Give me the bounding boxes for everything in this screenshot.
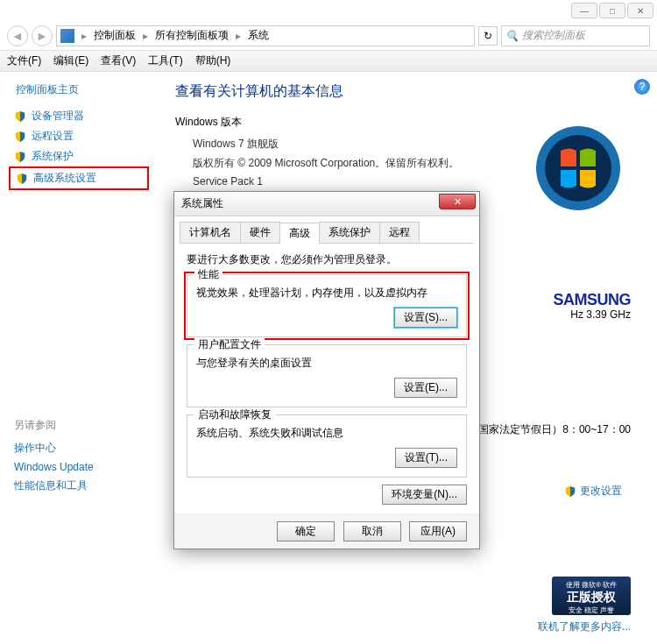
menu-help[interactable]: 帮助(H) [195, 53, 231, 68]
admin-note: 要进行大多数更改，您必须作为管理员登录。 [187, 252, 467, 267]
control-panel-icon [60, 29, 74, 43]
user-profiles-group: 用户配置文件 与您登录有关的桌面设置 设置(E)... [187, 344, 467, 407]
breadcrumb-leaf[interactable]: 系统 [244, 28, 272, 43]
shield-icon [14, 131, 26, 143]
performance-settings-button[interactable]: 设置(S)... [394, 308, 457, 328]
tab-computer-name[interactable]: 计算机名 [180, 222, 241, 243]
tab-remote[interactable]: 远程 [379, 222, 420, 243]
tab-advanced[interactable]: 高级 [279, 223, 320, 244]
sidebar-title: 控制面板主页 [16, 82, 149, 97]
back-button[interactable]: ◄ [7, 25, 28, 46]
dialog-footer: 确定 取消 应用(A) [174, 513, 479, 548]
tab-hardware[interactable]: 硬件 [240, 222, 280, 243]
dialog-close-button[interactable]: ✕ [439, 194, 476, 209]
shield-icon [14, 110, 26, 123]
page-title: 查看有关计算机的基本信息 [175, 82, 639, 101]
ok-button[interactable]: 确定 [277, 521, 335, 541]
shield-icon [564, 485, 576, 498]
see-also-title: 另请参阅 [14, 418, 144, 433]
startup-recovery-settings-button[interactable]: 设置(T)... [395, 448, 457, 468]
task-system-protection[interactable]: 系统保护 [9, 146, 149, 166]
close-button[interactable]: ✕ [627, 3, 653, 18]
help-icon[interactable]: ? [634, 79, 650, 95]
window-titlebar: — □ ✕ [0, 0, 657, 21]
breadcrumb-mid[interactable]: 所有控制面板项 [152, 28, 232, 43]
link-performance-info[interactable]: 性能信息和工具 [9, 476, 149, 496]
search-input[interactable]: 🔍 搜索控制面板 [501, 25, 650, 46]
cancel-button[interactable]: 取消 [343, 521, 401, 541]
maximize-button[interactable]: □ [599, 3, 625, 18]
shield-icon [16, 173, 28, 185]
task-advanced-system-settings[interactable]: 高级系统设置 [9, 166, 149, 190]
menu-edit[interactable]: 编辑(E) [53, 53, 88, 68]
dialog-title-bar[interactable]: 系统属性 ✕ [174, 192, 479, 216]
user-profiles-desc: 与您登录有关的桌面设置 [196, 356, 457, 371]
dialog-title: 系统属性 [181, 196, 223, 211]
dialog-tabs: 计算机名 硬件 高级 系统保护 远程 [180, 222, 474, 244]
link-windows-update[interactable]: Windows Update [9, 458, 149, 476]
link-action-center[interactable]: 操作中心 [9, 438, 149, 458]
learn-more-link[interactable]: 联机了解更多内容... [538, 619, 631, 634]
startup-recovery-group: 启动和故障恢复 系统启动、系统失败和调试信息 设置(T)... [187, 414, 467, 478]
manufacturer-logo: SAMSUNG [553, 291, 631, 309]
menu-tools[interactable]: 工具(T) [148, 53, 182, 68]
genuine-badge: 使用 微软® 软件 正版授权 安全 稳定 声誉 [552, 577, 631, 615]
performance-title: 性能 [194, 267, 223, 282]
minimize-button[interactable]: — [571, 3, 597, 18]
performance-desc: 视觉效果，处理器计划，内存使用，以及虚拟内存 [196, 286, 457, 301]
task-device-manager[interactable]: 设备管理器 [9, 106, 149, 126]
breadcrumb[interactable]: ▸ 控制面板 ▸ 所有控制面板项 ▸ 系统 [56, 25, 475, 46]
task-remote-settings[interactable]: 远程设置 [9, 126, 149, 146]
user-profiles-settings-button[interactable]: 设置(E)... [394, 378, 457, 398]
windows-logo-icon [534, 124, 622, 212]
system-properties-dialog: 系统属性 ✕ 计算机名 硬件 高级 系统保护 远程 要进行大多数更改，您必须作为… [173, 191, 480, 549]
tab-system-protection[interactable]: 系统保护 [319, 222, 380, 243]
svg-point-1 [545, 135, 611, 202]
user-profiles-title: 用户配置文件 [194, 337, 265, 352]
support-hours-text: 国家法定节假日）8：00~17：00 [478, 422, 631, 437]
environment-variables-button[interactable]: 环境变量(N)... [382, 485, 467, 505]
cpu-speed-text: Hz 3.39 GHz [570, 308, 631, 321]
menu-file[interactable]: 文件(F) [7, 53, 41, 68]
forward-button[interactable]: ► [32, 25, 53, 46]
search-icon: 🔍 [505, 30, 519, 42]
performance-group: 性能 视觉效果，处理器计划，内存使用，以及虚拟内存 设置(S)... [187, 274, 467, 337]
startup-recovery-desc: 系统启动、系统失败和调试信息 [196, 426, 457, 441]
breadcrumb-root[interactable]: 控制面板 [90, 28, 139, 43]
sidebar: 控制面板主页 设备管理器 远程设置 系统保护 高级系统设置 另请参阅 操作中心 … [0, 72, 158, 641]
apply-button[interactable]: 应用(A) [409, 521, 467, 541]
address-bar: ◄ ► ▸ 控制面板 ▸ 所有控制面板项 ▸ 系统 ↻ 🔍 搜索控制面板 [0, 21, 657, 51]
change-settings-link[interactable]: 更改设置 [564, 484, 622, 499]
refresh-button[interactable]: ↻ [478, 26, 498, 46]
startup-recovery-title: 启动和故障恢复 [194, 407, 275, 422]
shield-icon [14, 151, 26, 163]
menu-view[interactable]: 查看(V) [101, 53, 136, 68]
menu-bar: 文件(F) 编辑(E) 查看(V) 工具(T) 帮助(H) [0, 51, 657, 72]
